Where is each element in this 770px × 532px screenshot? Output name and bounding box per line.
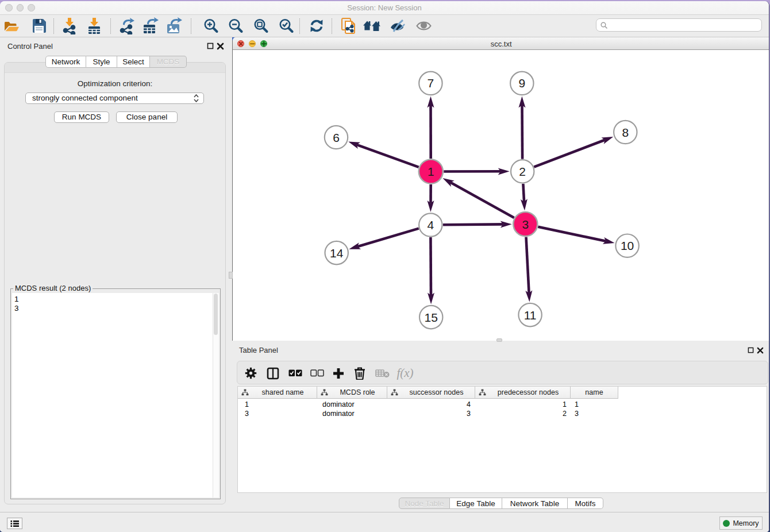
svg-text:11: 11 [524, 308, 537, 321]
svg-text:4: 4 [428, 218, 434, 232]
svg-text:3: 3 [522, 217, 529, 230]
svg-text:7: 7 [428, 76, 434, 90]
svg-text:2: 2 [519, 164, 526, 178]
svg-text:1: 1 [428, 165, 434, 178]
svg-text:9: 9 [519, 76, 526, 90]
svg-text:14: 14 [330, 246, 344, 259]
svg-text:8: 8 [622, 125, 629, 138]
svg-text:15: 15 [425, 310, 438, 323]
svg-text:10: 10 [621, 239, 634, 252]
svg-text:6: 6 [333, 130, 340, 144]
